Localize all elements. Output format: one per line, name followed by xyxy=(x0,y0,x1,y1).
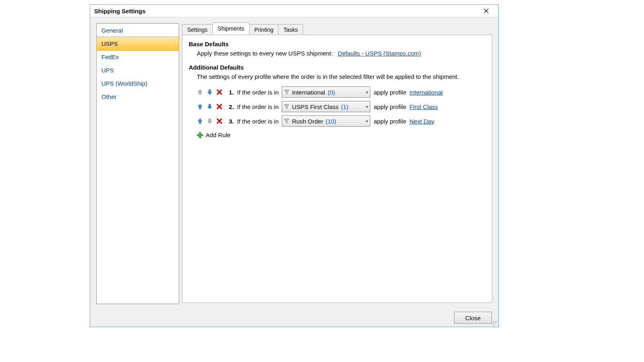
rule-index: 3. xyxy=(226,118,234,125)
base-defaults-text: Apply these settings to every new USPS s… xyxy=(197,50,333,57)
rules-list: 1. If the order is in International (0) … xyxy=(197,85,485,138)
titlebar: Shipping Settings xyxy=(90,5,498,17)
sidebar: General USPS FedEx UPS UPS (WorldShip) O… xyxy=(96,23,179,304)
tab-printing[interactable]: Printing xyxy=(249,24,279,35)
rule-row: 2. If the order is in USPS First Class (… xyxy=(197,99,485,114)
filter-dropdown[interactable]: Rush Order (10) ▾ xyxy=(282,115,370,127)
additional-defaults-text: The settings of every profile where the … xyxy=(197,73,485,80)
filter-name: USPS First Class xyxy=(292,103,339,110)
apply-profile-label: apply profile xyxy=(374,103,406,110)
chevron-down-icon: ▾ xyxy=(366,119,368,124)
dialog-footer: Close xyxy=(90,309,498,327)
filter-name: Rush Order xyxy=(292,118,323,125)
funnel-icon xyxy=(284,89,289,95)
arrow-up-icon[interactable] xyxy=(197,103,203,110)
sidebar-item-fedex[interactable]: FedEx xyxy=(97,50,179,64)
rule-condition-prefix: If the order is in xyxy=(237,103,279,110)
base-defaults-row: Apply these settings to every new USPS s… xyxy=(197,50,485,57)
base-defaults-link[interactable]: Defaults - USPS (Stamps.com) xyxy=(338,50,421,57)
arrow-down-icon[interactable] xyxy=(206,103,213,110)
tab-page-shipments: Base Defaults Apply these settings to ev… xyxy=(182,35,492,303)
sidebar-item-usps[interactable]: USPS xyxy=(96,37,179,51)
filter-count: (1) xyxy=(341,103,348,110)
sidebar-item-general[interactable]: General xyxy=(97,24,179,37)
resize-grip[interactable] xyxy=(493,321,497,326)
tab-shipments[interactable]: Shipments xyxy=(213,23,250,35)
close-button[interactable]: Close xyxy=(454,312,492,324)
rule-row: 3. If the order is in Rush Order (10) ▾ … xyxy=(197,114,485,128)
apply-profile-label: apply profile xyxy=(374,118,406,125)
sidebar-item-other[interactable]: Other xyxy=(97,90,179,103)
filter-count: (0) xyxy=(328,89,335,96)
filter-name: International xyxy=(292,89,325,96)
rule-index: 2. xyxy=(226,103,234,110)
rule-condition-prefix: If the order is in xyxy=(237,118,279,125)
delete-icon[interactable] xyxy=(216,118,223,124)
filter-dropdown[interactable]: USPS First Class (1) ▾ xyxy=(282,101,370,112)
chevron-down-icon: ▾ xyxy=(366,104,368,109)
base-defaults-heading: Base Defaults xyxy=(189,41,485,47)
funnel-icon xyxy=(284,104,289,109)
rule-row: 1. If the order is in International (0) … xyxy=(197,85,485,99)
apply-profile-label: apply profile xyxy=(374,89,406,96)
tab-tasks[interactable]: Tasks xyxy=(278,24,303,35)
shipping-settings-dialog: Shipping Settings General USPS FedEx UPS… xyxy=(90,4,499,327)
arrow-down-icon[interactable] xyxy=(206,118,213,124)
arrow-down-icon[interactable] xyxy=(206,89,213,95)
additional-defaults-heading: Additional Defaults xyxy=(189,64,485,71)
profile-link[interactable]: First Class xyxy=(409,103,438,110)
arrow-up-icon[interactable] xyxy=(197,118,203,124)
close-icon[interactable] xyxy=(477,5,495,16)
window-title: Shipping Settings xyxy=(93,8,146,14)
rule-index: 1. xyxy=(226,89,234,96)
add-rule-label: Add Rule xyxy=(206,132,231,138)
tab-settings[interactable]: Settings xyxy=(182,24,213,35)
sidebar-item-ups[interactable]: UPS xyxy=(97,64,179,77)
profile-link[interactable]: Next Day xyxy=(409,118,434,125)
arrow-up-icon[interactable] xyxy=(197,89,203,95)
rule-condition-prefix: If the order is in xyxy=(237,89,279,96)
plus-icon xyxy=(197,132,203,138)
filter-count: (10) xyxy=(326,118,336,125)
add-rule-button[interactable]: Add Rule xyxy=(197,132,485,138)
profile-link[interactable]: International xyxy=(409,89,443,96)
sidebar-item-ups-worldship[interactable]: UPS (WorldShip) xyxy=(97,77,179,90)
funnel-icon xyxy=(284,118,289,124)
chevron-down-icon: ▾ xyxy=(366,90,368,95)
delete-icon[interactable] xyxy=(216,103,223,110)
delete-icon[interactable] xyxy=(216,89,223,95)
filter-dropdown[interactable]: International (0) ▾ xyxy=(282,86,370,98)
tab-bar: Settings Shipments Printing Tasks xyxy=(182,23,303,35)
